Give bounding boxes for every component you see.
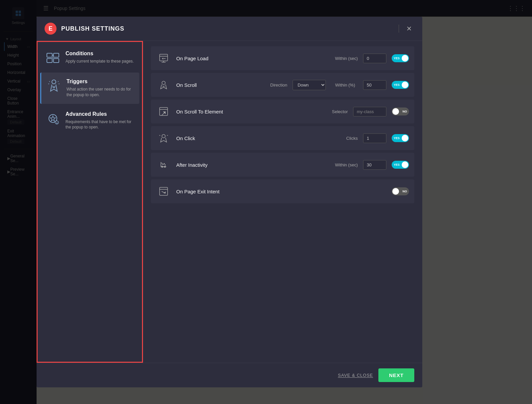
on-page-load-icon [156,51,171,66]
modal-header-divider [399,25,399,33]
on-click-param: Clicks [346,136,358,141]
advanced-rules-icon: ★ [46,111,60,126]
trigger-after-inactivity: After Inactivity Within (sec) YES [151,153,414,177]
on-page-load-input[interactable] [363,54,386,63]
svg-line-27 [159,135,160,136]
on-page-exit-intent-label: On Page Exit Intent [176,189,223,194]
conditions-text: Conditions Apply current template to the… [66,51,134,64]
on-click-input[interactable] [363,133,386,143]
triggers-text: Triggers What action the user needs to d… [66,79,134,98]
svg-line-11 [49,81,50,82]
svg-line-28 [167,135,168,136]
svg-rect-5 [54,53,59,57]
next-button[interactable]: NEXT [378,368,414,382]
trigger-on-scroll: On Scroll Direction Down Up Within (%) Y… [151,73,414,97]
svg-rect-4 [47,53,52,57]
svg-rect-18 [160,54,168,61]
modal-close-button[interactable]: ✕ [404,23,414,34]
panel-item-advanced-rules[interactable]: ★ Advanced Rules Requirements that have … [40,105,139,136]
after-inactivity-icon [156,157,171,172]
on-page-exit-intent-toggle[interactable]: NO [392,187,409,195]
on-scroll-to-element-icon [156,104,171,119]
save-close-button[interactable]: SAVE & CLOSE [338,373,373,378]
on-scroll-to-element-input[interactable] [353,107,386,116]
trigger-on-page-exit-intent: On Page Exit Intent NO [151,179,414,203]
on-click-icon [156,131,171,145]
panel-item-triggers[interactable]: Triggers What action the user needs to d… [40,73,139,104]
on-page-load-param: Within (sec) [335,56,358,61]
on-scroll-to-element-param: Selector [332,109,348,114]
panel-item-conditions[interactable]: Conditions Apply current template to the… [40,45,139,71]
modal-footer: SAVE & CLOSE NEXT [37,363,422,387]
on-scroll-within-input[interactable] [363,80,386,90]
modal-body: Conditions Apply current template to the… [37,41,422,363]
modal-title: PUBLISH SETTINGS [61,25,394,32]
trigger-on-scroll-to-element: On Scroll To Element Selector NO [151,100,414,123]
after-inactivity-label: After Inactivity [176,162,223,168]
svg-rect-31 [160,187,168,195]
svg-point-10 [52,80,56,84]
on-scroll-within-label: Within (%) [335,83,355,88]
on-scroll-direction-label: Direction [270,83,287,88]
triggers-icon [47,79,61,93]
on-scroll-direction-select[interactable]: Down Up [293,80,326,90]
svg-point-23 [162,81,165,85]
right-panel: On Page Load Within (sec) YES On Sc [143,41,422,363]
on-scroll-icon [156,78,171,92]
on-page-load-toggle[interactable]: YES [392,54,409,62]
modal-header: E PUBLISH SETTINGS ✕ [37,17,422,41]
svg-point-26 [162,134,165,138]
conditions-icon [46,51,60,65]
on-scroll-toggle[interactable]: YES [392,81,409,89]
on-page-exit-intent-icon [156,184,171,199]
on-scroll-to-element-label: On Scroll To Element [176,109,223,114]
svg-line-12 [58,81,59,82]
advanced-rules-text: Advanced Rules Requirements that have to… [66,111,134,130]
on-scroll-to-element-toggle[interactable]: NO [392,107,409,115]
after-inactivity-param: Within (sec) [335,162,358,167]
trigger-on-click: On Click Clicks YES [151,126,414,150]
publish-settings-modal: E PUBLISH SETTINGS ✕ [37,17,422,387]
trigger-on-page-load: On Page Load Within (sec) YES [151,46,414,70]
after-inactivity-toggle[interactable]: YES [392,161,409,169]
svg-text:★: ★ [56,122,58,124]
left-panel: Conditions Apply current template to the… [37,41,143,363]
svg-rect-7 [54,59,59,63]
after-inactivity-input[interactable] [363,160,386,170]
on-click-toggle[interactable]: YES [392,134,409,142]
on-click-label: On Click [176,135,223,141]
elementor-logo: E [45,23,57,35]
on-page-load-label: On Page Load [176,56,223,61]
on-scroll-label: On Scroll [176,82,223,88]
svg-rect-6 [47,59,52,63]
